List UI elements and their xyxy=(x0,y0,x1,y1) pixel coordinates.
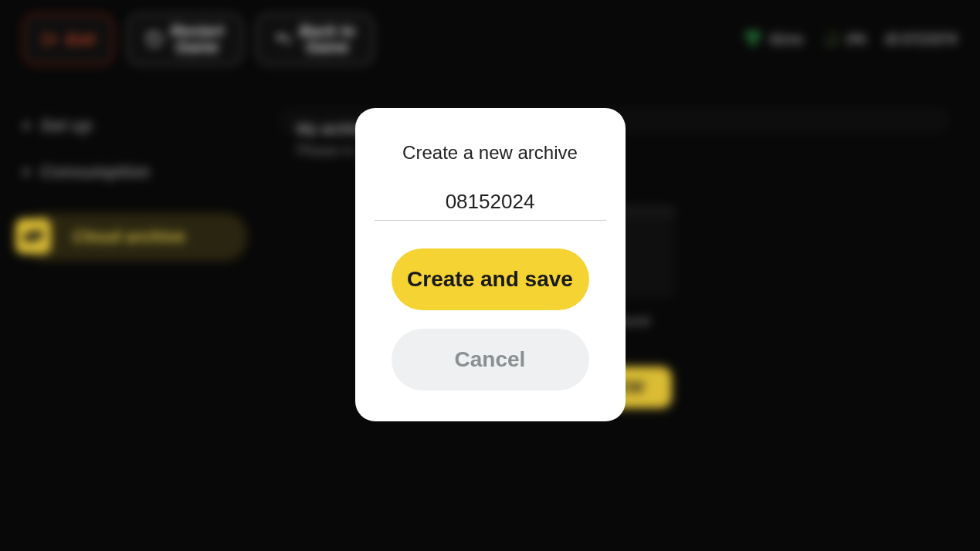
archive-name-input[interactable] xyxy=(375,190,606,214)
cancel-button[interactable]: Cancel xyxy=(392,329,589,390)
create-archive-modal: Create a new archive Create and save Can… xyxy=(355,108,626,421)
create-and-save-button[interactable]: Create and save xyxy=(392,248,589,310)
modal-title: Create a new archive xyxy=(402,142,578,164)
